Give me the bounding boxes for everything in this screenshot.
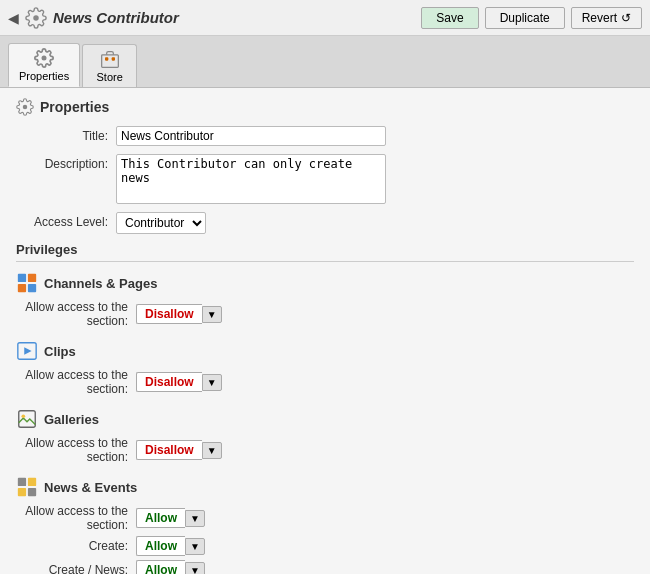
svg-rect-15 [28,478,36,486]
news-events-create-label: Create: [16,539,136,553]
news-events-title: News & Events [44,480,137,495]
svg-rect-9 [28,284,36,292]
news-events-icon [16,476,38,498]
access-level-select[interactable]: Contributor [116,212,206,234]
channels-pages-dropdown-arrow[interactable]: ▼ [202,306,222,323]
svg-rect-6 [18,274,26,282]
channels-pages-section: Channels & Pages Allow access to the sec… [16,272,634,328]
main-content: Properties Title: Description: Access Le… [0,88,650,574]
svg-rect-7 [28,274,36,282]
description-textarea[interactable] [116,154,386,204]
svg-rect-14 [18,478,26,486]
revert-icon: ↺ [621,11,631,25]
save-button[interactable]: Save [421,7,478,29]
galleries-section: Galleries Allow access to the section: D… [16,408,634,464]
galleries-title: Galleries [44,412,99,427]
news-events-create-row: Create: Allow ▼ [16,536,634,556]
galleries-access-row: Allow access to the section: Disallow ▼ [16,436,634,464]
news-events-create-news-label: Create / News: [16,563,136,574]
svg-rect-8 [18,284,26,292]
store-tab-icon [100,49,120,69]
clips-access-select: Disallow ▼ [136,372,222,392]
channels-pages-header: Channels & Pages [16,272,634,294]
tab-properties-label: Properties [19,70,69,82]
svg-point-0 [33,15,39,21]
svg-point-1 [42,56,47,61]
title-label: Title: [16,126,116,143]
svg-rect-4 [111,57,114,60]
clips-access-row: Allow access to the section: Disallow ▼ [16,368,634,396]
news-events-access-row: Allow access to the section: Allow ▼ [16,504,634,532]
title-icon [25,7,47,29]
news-events-access-select: Allow ▼ [136,508,205,528]
top-bar: ◀ News Contributor Save Duplicate Revert… [0,0,650,36]
news-events-create-news-dropdown[interactable]: ▼ [185,562,205,575]
svg-rect-16 [18,488,26,496]
duplicate-button[interactable]: Duplicate [485,7,565,29]
svg-rect-12 [19,411,36,428]
news-events-dropdown-arrow[interactable]: ▼ [185,510,205,527]
news-events-access-label: Allow access to the section: [16,504,136,532]
properties-section-title: Properties [40,99,109,115]
access-level-row: Access Level: Contributor [16,212,634,234]
channels-pages-access-row: Allow access to the section: Disallow ▼ [16,300,634,328]
title-row: Title: [16,126,634,146]
back-button[interactable]: ◀ [8,10,19,26]
privileges-header: Privileges [16,242,634,262]
description-row: Description: [16,154,634,204]
clips-icon [16,340,38,362]
galleries-icon [16,408,38,430]
title-input[interactable] [116,126,386,146]
properties-section-icon [16,98,34,116]
tab-properties[interactable]: Properties [8,43,80,87]
news-events-create-news-row: Create / News: Allow ▼ [16,560,634,574]
clips-title: Clips [44,344,76,359]
news-events-create-news-btn[interactable]: Allow [136,560,185,574]
svg-rect-3 [105,57,108,60]
page-title: News Contributor [53,9,421,26]
news-events-section: News & Events Allow access to the sectio… [16,476,634,574]
svg-point-5 [23,105,28,110]
clips-section: Clips Allow access to the section: Disal… [16,340,634,396]
top-actions: Save Duplicate Revert ↺ [421,7,642,29]
revert-button[interactable]: Revert ↺ [571,7,642,29]
clips-dropdown-arrow[interactable]: ▼ [202,374,222,391]
galleries-disallow-btn[interactable]: Disallow [136,440,202,460]
news-events-header: News & Events [16,476,634,498]
news-events-create-dropdown[interactable]: ▼ [185,538,205,555]
properties-section-header: Properties [16,98,634,116]
news-events-create-select: Allow ▼ [136,536,205,556]
galleries-dropdown-arrow[interactable]: ▼ [202,442,222,459]
clips-disallow-btn[interactable]: Disallow [136,372,202,392]
clips-access-label: Allow access to the section: [16,368,136,396]
tab-bar: Properties Store [0,36,650,88]
svg-marker-11 [24,347,31,354]
channels-pages-title: Channels & Pages [44,276,157,291]
svg-point-13 [22,414,26,418]
svg-rect-2 [101,55,118,68]
channels-pages-access-label: Allow access to the section: [16,300,136,328]
galleries-access-label: Allow access to the section: [16,436,136,464]
news-events-create-news-select: Allow ▼ [136,560,205,574]
access-level-label: Access Level: [16,212,116,229]
galleries-access-select: Disallow ▼ [136,440,222,460]
news-events-create-btn[interactable]: Allow [136,536,185,556]
properties-tab-icon [34,48,54,68]
galleries-header: Galleries [16,408,634,430]
tab-store[interactable]: Store [82,44,137,87]
tab-store-label: Store [96,71,122,83]
description-label: Description: [16,154,116,171]
clips-header: Clips [16,340,634,362]
channels-pages-icon [16,272,38,294]
svg-rect-17 [28,488,36,496]
news-events-allow-btn[interactable]: Allow [136,508,185,528]
channels-pages-disallow-btn[interactable]: Disallow [136,304,202,324]
channels-pages-access-select: Disallow ▼ [136,304,222,324]
